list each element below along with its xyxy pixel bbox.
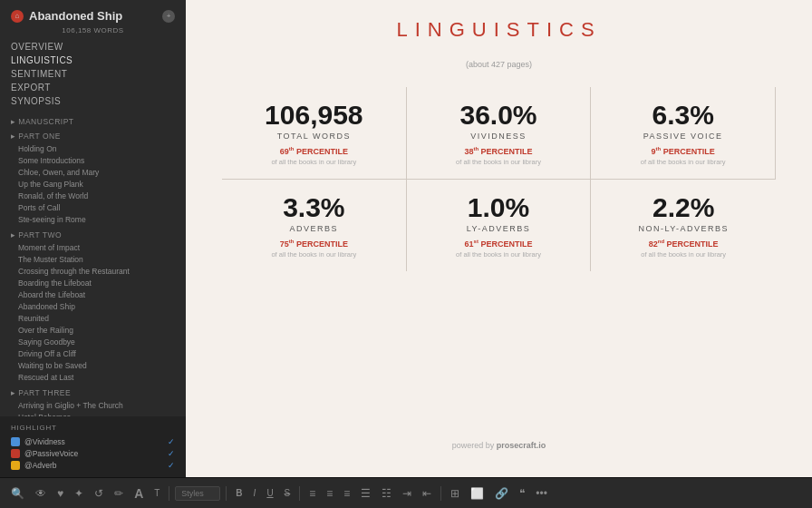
tree-item[interactable]: Driving Off a Cliff (11, 347, 175, 359)
page-subtitle: (about 427 pages) (466, 60, 532, 69)
stat-value-ly: 1.0% (425, 192, 573, 222)
tree-item[interactable]: Waiting to be Saved (11, 359, 175, 371)
tree-item[interactable]: Abandoned Ship (11, 300, 175, 312)
home-icon[interactable]: ⌂ (11, 10, 24, 23)
tree-item[interactable]: The Muster Station (11, 253, 175, 265)
star-icon[interactable]: ✦ (71, 484, 87, 503)
table-icon[interactable]: ⊞ (447, 484, 463, 503)
stat-percentile-non-ly: 82nd PERCENTILE (609, 239, 758, 249)
stat-sublabel-passive: of all the books in our library (609, 158, 757, 166)
stat-percentile-words: 69th PERCENTILE (240, 146, 388, 156)
eye-icon[interactable]: 👁 (32, 484, 50, 503)
manuscript-label[interactable]: ▸ MANUSCRIPT (11, 117, 175, 126)
stat-adverbs: 3.3% ADVERBS 75th PERCENTILE of all the … (222, 180, 407, 271)
footer-credit: powered by prosecraft.io (443, 432, 556, 459)
tree-item[interactable]: Ports of Call (11, 201, 175, 213)
stat-label-passive: PASSIVE VOICE (609, 132, 757, 141)
tree-item[interactable]: Saying Goodbye (11, 336, 175, 347)
tree-item[interactable]: Crossing through the Restaurant (11, 265, 175, 277)
stat-label-adverbs: ADVERBS (240, 224, 388, 233)
tree-item[interactable]: Ste-seeing in Rome (11, 213, 175, 225)
stat-vividness: 36.0% VIVIDNESS 38th PERCENTILE of all t… (407, 87, 592, 180)
tree-item[interactable]: Aboard the Lifeboat (11, 288, 175, 300)
sidebar-footer: HIGHLIGHT @Vividness ✓ @PassiveVoice ✓ (0, 416, 186, 477)
separator-3 (299, 486, 300, 501)
stat-sublabel-adverbs: of all the books in our library (240, 250, 388, 259)
word-count-label: 106,158 WORDS (0, 26, 186, 40)
stat-label-ly: LY-ADVERBS (425, 224, 573, 233)
stat-sublabel-non-ly: of all the books in our library (609, 250, 758, 259)
list-icon[interactable]: ☰ (357, 484, 374, 503)
more-icon[interactable]: ••• (532, 484, 551, 503)
passive-label: @PassiveVoice (24, 449, 78, 458)
tree-item[interactable]: Arriving in Giglio + The Church (11, 399, 175, 411)
stat-sublabel-words: of all the books in our library (240, 158, 388, 166)
tree-item[interactable]: Rescued at Last (11, 371, 175, 383)
stat-value-adverbs: 3.3% (240, 192, 388, 222)
separator-1 (169, 486, 169, 501)
highlight-item-vividness[interactable]: @Vividness ✓ (11, 437, 175, 446)
stat-value-words: 106,958 (240, 100, 388, 130)
stat-sublabel-vividness: of all the books in our library (425, 158, 573, 166)
nav-export[interactable]: EXPORT (11, 81, 175, 94)
nav-sentiment[interactable]: SENTIMENT (11, 67, 175, 81)
tree-item[interactable]: Over the Railing (11, 324, 175, 336)
stats-grid: 106,958 TOTAL WORDS 69th PERCENTILE of a… (222, 87, 776, 271)
stat-value-vividness: 36.0% (425, 100, 573, 130)
part-two-label[interactable]: ▸ PART TWO (11, 230, 175, 239)
tree-item[interactable]: Chloe, Owen, and Mary (11, 166, 175, 178)
adverb-check: ✓ (168, 461, 175, 470)
nav-linguistics[interactable]: LINGUISTICS (11, 54, 175, 67)
link-icon[interactable]: 🔗 (491, 484, 512, 503)
indent-icon[interactable]: ⇥ (399, 484, 415, 503)
linguistics-content: LINGUISTICS (about 427 pages) 106,958 TO… (186, 0, 812, 477)
tree-item[interactable]: Boarding the Lifeboat (11, 277, 175, 288)
stat-value-passive: 6.3% (609, 100, 757, 130)
stat-non-ly-adverbs: 2.2% NON-LY-ADVERBS 82nd PERCENTILE of a… (591, 180, 776, 271)
stat-label-vividness: VIVIDNESS (425, 132, 573, 141)
tree-item[interactable]: Up the Gang Plank (11, 178, 175, 190)
align-center-icon[interactable]: ≡ (323, 484, 336, 503)
strikethrough-btn[interactable]: S (281, 486, 295, 500)
italic-btn[interactable]: I (250, 486, 260, 500)
tree-item[interactable]: Moment of Impact (11, 241, 175, 253)
vividness-color-dot (11, 437, 20, 446)
sidebar: ⌂ Abandoned Ship + 106,158 WORDS OVERVIE… (0, 0, 186, 477)
styles-input[interactable] (175, 486, 220, 501)
image-icon[interactable]: ⬜ (467, 484, 488, 503)
add-icon[interactable]: + (162, 10, 175, 23)
part-one-label[interactable]: ▸ PART ONE (11, 132, 175, 141)
stat-percentile-ly: 61st PERCENTILE (425, 239, 573, 249)
edit-icon[interactable]: ✏ (111, 484, 127, 503)
stat-percentile-adverbs: 75th PERCENTILE (240, 239, 388, 249)
outdent-icon[interactable]: ⇤ (419, 484, 435, 503)
underline-btn[interactable]: U (263, 486, 276, 500)
sidebar-title: Abandoned Ship (29, 9, 122, 23)
quote-icon[interactable]: ❝ (516, 484, 528, 503)
nav-synopsis[interactable]: SYNOPSIS (11, 94, 175, 108)
part-three-label[interactable]: ▸ PART THREE (11, 388, 175, 397)
font-small-btn[interactable]: T (150, 486, 163, 500)
font-large-btn[interactable]: A (130, 484, 147, 503)
search-icon[interactable]: 🔍 (7, 484, 28, 503)
align-left-icon[interactable]: ≡ (305, 484, 319, 503)
stat-value-non-ly: 2.2% (609, 192, 758, 222)
refresh-icon[interactable]: ↺ (91, 484, 107, 503)
tree-item[interactable]: Holding On (11, 142, 175, 154)
align-right-icon[interactable]: ≡ (340, 484, 353, 503)
sidebar-nav: OVERVIEW LINGUISTICS SENTIMENT EXPORT SY… (0, 40, 186, 108)
tree-item[interactable]: Some Introductions (11, 154, 175, 166)
highlight-item-adverb[interactable]: @Adverb ✓ (11, 461, 175, 470)
vividness-label: @Vividness (24, 437, 65, 446)
highlight-items: @Vividness ✓ @PassiveVoice ✓ @Adverb (11, 437, 175, 470)
bold-btn[interactable]: B (232, 486, 246, 500)
passive-check: ✓ (168, 449, 175, 458)
stat-label-non-ly: NON-LY-ADVERBS (609, 224, 758, 233)
tree-item[interactable]: Reunited (11, 312, 175, 324)
highlight-item-passive[interactable]: @PassiveVoice ✓ (11, 449, 175, 458)
list-ol-icon[interactable]: ☷ (378, 484, 395, 503)
tree-item[interactable]: Ronald, of the World (11, 190, 175, 201)
bookmark-icon[interactable]: ♥ (53, 484, 67, 503)
nav-overview[interactable]: OVERVIEW (11, 40, 175, 54)
stat-ly-adverbs: 1.0% LY-ADVERBS 61st PERCENTILE of all t… (407, 180, 592, 271)
